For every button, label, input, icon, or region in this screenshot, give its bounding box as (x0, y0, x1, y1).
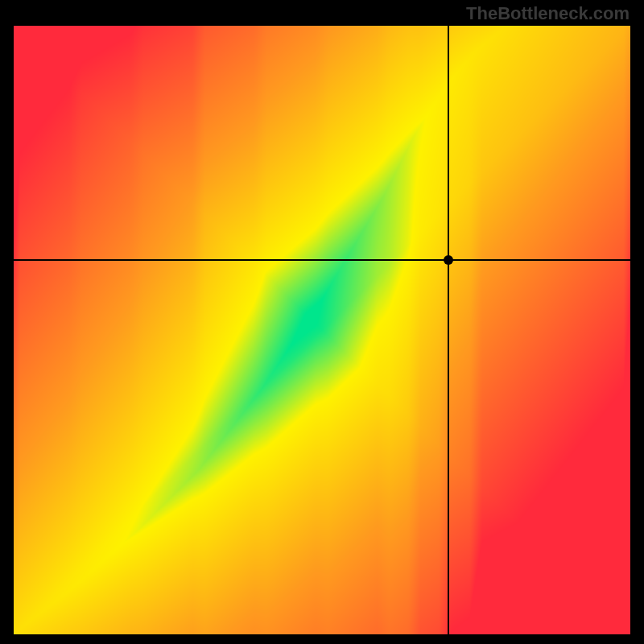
chart-frame: TheBottleneck.com (0, 0, 644, 644)
plot-area (14, 26, 630, 634)
watermark-text: TheBottleneck.com (466, 3, 630, 24)
crosshair-horizontal (14, 259, 630, 261)
data-marker (444, 255, 453, 265)
heatmap-canvas (14, 26, 630, 634)
crosshair-vertical (448, 26, 449, 634)
